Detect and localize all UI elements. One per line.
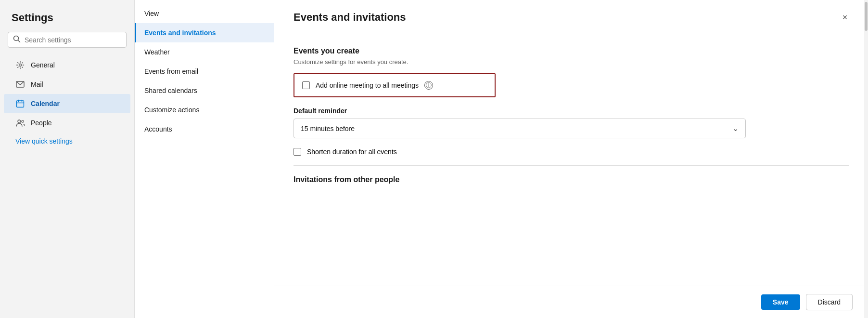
sidebar-item-mail[interactable]: Mail — [4, 75, 130, 94]
shorten-duration-label: Shorten duration for all events — [307, 148, 397, 156]
svg-line-1 — [18, 40, 20, 42]
sidebar-item-people-label: People — [31, 119, 52, 127]
gear-icon — [15, 60, 25, 70]
close-button[interactable]: × — [837, 10, 853, 25]
save-button[interactable]: Save — [761, 294, 800, 310]
middle-nav-customize-actions-label: Customize actions — [144, 106, 199, 114]
middle-nav-accounts[interactable]: Accounts — [135, 119, 274, 139]
svg-rect-4 — [17, 101, 24, 107]
add-online-meeting-checkbox[interactable] — [302, 81, 310, 89]
middle-nav-events-from-email[interactable]: Events from email — [135, 62, 274, 81]
middle-nav-view-label: View — [144, 10, 159, 17]
sidebar-item-mail-label: Mail — [31, 80, 43, 88]
default-reminder-dropdown[interactable]: 15 minutes before ⌄ — [294, 119, 746, 138]
search-box[interactable] — [8, 32, 127, 48]
add-online-meeting-label[interactable]: Add online meeting to all meetings — [302, 81, 419, 89]
default-reminder-label: Default reminder — [294, 107, 849, 115]
main-content: Events and invitations × Events you crea… — [274, 0, 868, 318]
main-header: Events and invitations × — [274, 0, 868, 33]
people-icon — [15, 118, 25, 128]
section2-title: Invitations from other people — [294, 175, 849, 184]
section-divider — [294, 165, 849, 166]
middle-nav-events-invitations[interactable]: Events and invitations — [135, 23, 274, 42]
default-reminder-value: 15 minutes before — [301, 125, 355, 132]
info-icon[interactable]: ⓘ — [424, 81, 433, 90]
middle-nav-shared-calendars-label: Shared calendars — [144, 87, 197, 94]
middle-nav-weather[interactable]: Weather — [135, 42, 274, 62]
calendar-icon — [15, 99, 25, 108]
svg-point-8 — [18, 120, 21, 123]
sidebar-item-general[interactable]: General — [4, 55, 130, 75]
middle-nav-view[interactable]: View — [135, 4, 274, 23]
shorten-duration-row: Shorten duration for all events — [294, 148, 849, 156]
search-input[interactable] — [25, 36, 121, 44]
middle-nav-accounts-label: Accounts — [144, 125, 172, 133]
chevron-down-icon: ⌄ — [732, 124, 739, 133]
svg-point-2 — [19, 64, 22, 66]
section1-subtitle: Customize settings for events you create… — [294, 58, 849, 66]
shorten-duration-checkbox[interactable] — [294, 148, 301, 156]
scrollbar-thumb[interactable] — [865, 2, 868, 31]
section1-title: Events you create — [294, 47, 849, 55]
middle-nav-shared-calendars[interactable]: Shared calendars — [135, 81, 274, 100]
svg-point-9 — [22, 120, 24, 122]
middle-nav-weather-label: Weather — [144, 48, 170, 56]
app-title: Settings — [0, 12, 134, 32]
sidebar-item-calendar[interactable]: Calendar — [4, 94, 130, 113]
main-body: Events you create Customize settings for… — [274, 33, 868, 286]
middle-nav-customize-actions[interactable]: Customize actions — [135, 100, 274, 119]
sidebar: Settings General Mail — [0, 0, 135, 318]
footer: Save Discard — [274, 286, 868, 318]
add-online-meeting-row: Add online meeting to all meetings ⓘ — [294, 73, 496, 97]
discard-button[interactable]: Discard — [806, 294, 853, 310]
middle-nav-events-from-email-label: Events from email — [144, 67, 198, 75]
sidebar-item-general-label: General — [31, 61, 55, 69]
scrollbar-track[interactable] — [864, 0, 868, 318]
sidebar-item-calendar-label: Calendar — [31, 100, 60, 107]
add-online-meeting-text: Add online meeting to all meetings — [316, 81, 419, 89]
main-panel-title: Events and invitations — [294, 11, 406, 24]
search-icon — [13, 35, 21, 44]
mail-icon — [15, 80, 25, 89]
middle-panel: View Events and invitations Weather Even… — [135, 0, 274, 318]
middle-nav-events-invitations-label: Events and invitations — [144, 29, 216, 37]
sidebar-item-people[interactable]: People — [4, 113, 130, 132]
view-quick-settings-link[interactable]: View quick settings — [4, 132, 130, 150]
